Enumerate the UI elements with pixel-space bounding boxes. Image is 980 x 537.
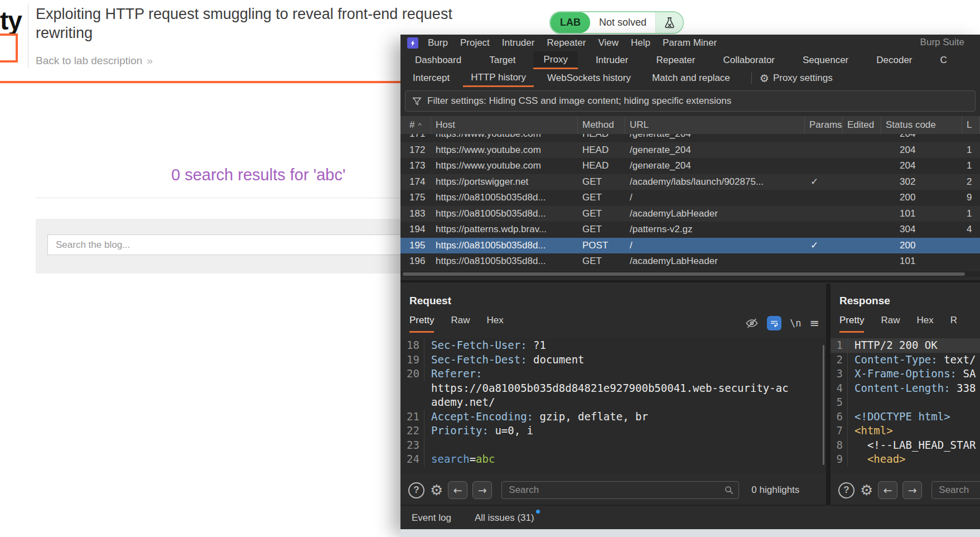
flask-icon: [655, 12, 683, 33]
request-title: Request: [409, 295, 451, 307]
column-header-url[interactable]: URL: [625, 116, 805, 134]
editor-line: 4Content-Length: 338: [831, 381, 980, 396]
subtab-match-and-replace[interactable]: Match and replace: [644, 69, 738, 87]
proxy-settings-label: Proxy settings: [773, 73, 833, 84]
table-row-194[interactable]: 194https://patterns.wdp.brav...GET/patte…: [400, 222, 980, 238]
hide-eye-icon[interactable]: [745, 317, 759, 330]
table-horizontal-scrollbar[interactable]: [400, 271, 980, 277]
next-match-button[interactable]: →: [472, 481, 492, 499]
tab-collaborator[interactable]: Collaborator: [713, 51, 785, 69]
column-header-l[interactable]: L: [962, 116, 980, 134]
column-header-status-code[interactable]: Status code: [881, 116, 962, 134]
cell-status: 101: [881, 208, 962, 219]
column-header-item[interactable]: #^: [400, 116, 431, 134]
screen: ty Exploiting HTTP request smuggling to …: [0, 0, 980, 537]
tab-sequencer[interactable]: Sequencer: [793, 51, 858, 69]
response-tab-pretty[interactable]: Pretty: [839, 315, 864, 333]
history-table-header[interactable]: #^HostMethodURLParamsEditedStatus codeL: [400, 116, 980, 134]
table-row-171[interactable]: 171https://www.youtube.comHEAD/generate_…: [400, 134, 980, 142]
request-tab-hex[interactable]: Hex: [486, 315, 503, 333]
menu-items: BurpProjectIntruderRepeaterViewHelpParam…: [422, 37, 723, 49]
show-newlines-toggle[interactable]: \n: [790, 318, 801, 329]
help-icon[interactable]: ?: [408, 482, 424, 498]
event-log-tab[interactable]: Event log: [412, 512, 451, 524]
search-results-message: 0 search results for 'abc': [171, 166, 346, 184]
tab-decoder[interactable]: Decoder: [866, 51, 922, 69]
all-issues-tab[interactable]: All issues (31): [475, 512, 534, 524]
table-row-172[interactable]: 172https://www.youtube.comHEAD/generate_…: [400, 142, 980, 159]
response-search-input[interactable]: [931, 481, 980, 499]
gear-icon[interactable]: ⚙: [860, 482, 873, 498]
response-editor[interactable]: 1HTTP/2 200 OK2Content-Type: text/3X-Fra…: [831, 338, 980, 473]
menu-item-project[interactable]: Project: [454, 37, 496, 49]
editor-line: 9 <head>: [831, 452, 980, 467]
tab-c[interactable]: C: [930, 51, 957, 69]
cell-num: 173: [400, 160, 431, 171]
editor-line: 8 <!--LAB_HEAD_STAR: [831, 438, 980, 453]
next-match-button[interactable]: →: [902, 481, 922, 499]
back-to-lab-label: Back to lab description: [36, 55, 142, 66]
cell-method: GET: [578, 224, 625, 235]
cell-num: 175: [400, 192, 431, 203]
response-tab-raw[interactable]: Raw: [881, 315, 900, 333]
menu-item-help[interactable]: Help: [625, 37, 656, 49]
table-row-195[interactable]: 195https://0a81005b035d8d...POST/✓200: [400, 238, 980, 254]
editor-line: 24search=abc: [400, 452, 826, 467]
filter-settings-bar[interactable]: Filter settings: Hiding CSS and image co…: [405, 90, 976, 112]
column-header-method[interactable]: Method: [578, 116, 625, 134]
editor-line: https://0a81005b035d8d84821e927900b50041…: [400, 381, 826, 396]
column-header-params[interactable]: Params: [805, 116, 843, 134]
response-view-tabs: PrettyRawHexR: [839, 315, 974, 333]
table-row-196[interactable]: 196https://0a81005b035d8d...GET/academyL…: [400, 253, 980, 269]
proxy-settings-button[interactable]: ⚙ Proxy settings: [760, 72, 833, 84]
table-row-173[interactable]: 173https://www.youtube.comHEAD/generate_…: [400, 158, 980, 174]
menu-item-view[interactable]: View: [592, 37, 625, 49]
subtab-websockets-history[interactable]: WebSockets history: [539, 69, 639, 87]
tab-dashboard[interactable]: Dashboard: [405, 51, 471, 69]
response-tab-hex[interactable]: Hex: [916, 315, 933, 333]
editor-menu-icon[interactable]: ≡: [809, 317, 819, 330]
blog-search-panel: [36, 219, 400, 274]
word-wrap-toggle[interactable]: [767, 316, 781, 330]
menu-item-intruder[interactable]: Intruder: [496, 37, 541, 49]
request-editor[interactable]: 18Sec-Fetch-User: ?119Sec-Fetch-Dest: do…: [400, 338, 826, 473]
cell-url: /academy/labs/launch/902875...: [625, 176, 805, 188]
column-header-host[interactable]: Host: [431, 116, 578, 134]
back-to-lab-link[interactable]: Back to lab description»: [36, 55, 153, 67]
subtab-http-history[interactable]: HTTP history: [463, 69, 534, 87]
tab-repeater[interactable]: Repeater: [646, 51, 705, 69]
response-tab-r[interactable]: R: [950, 315, 957, 333]
column-header-edited[interactable]: Edited: [843, 116, 881, 134]
editor-line: 5: [831, 395, 980, 410]
tab-target[interactable]: Target: [479, 51, 525, 69]
request-tab-pretty[interactable]: Pretty: [409, 315, 434, 333]
prev-match-button[interactable]: ←: [878, 481, 897, 499]
help-icon[interactable]: ?: [838, 482, 855, 498]
cell-num: 172: [400, 145, 431, 156]
table-editor-splitter[interactable]: [400, 280, 980, 282]
request-scrollbar-thumb[interactable]: [823, 345, 824, 465]
menu-item-param-miner[interactable]: Param Miner: [656, 37, 723, 49]
prev-match-button[interactable]: ←: [448, 481, 467, 499]
subtab-intercept[interactable]: Intercept: [405, 69, 457, 87]
scrollbar-thumb[interactable]: [403, 272, 965, 276]
tab-intruder[interactable]: Intruder: [586, 51, 639, 69]
blog-search-input[interactable]: [47, 234, 404, 255]
table-row-174[interactable]: 174https://portswigger.netGET/academy/la…: [400, 174, 980, 190]
tab-proxy[interactable]: Proxy: [533, 51, 577, 69]
menu-item-repeater[interactable]: Repeater: [540, 37, 592, 49]
cell-method: HEAD: [578, 145, 625, 156]
gear-icon[interactable]: ⚙: [430, 482, 443, 498]
request-pane: Request PrettyRawHex \n ≡ 18Sec-Fetch: [400, 284, 826, 505]
editor-line: 2Content-Type: text/: [831, 353, 980, 367]
filter-settings-text: Filter settings: Hiding CSS and image co…: [427, 95, 731, 107]
menu-item-burp[interactable]: Burp: [422, 37, 454, 49]
table-row-175[interactable]: 175https://0a81005b035d8d...GET/2009: [400, 190, 980, 206]
cell-status: 204: [881, 134, 962, 140]
request-tab-raw[interactable]: Raw: [451, 315, 470, 333]
cell-extra: 2: [962, 176, 980, 188]
editor-line: 19Sec-Fetch-Dest: document: [400, 353, 826, 367]
request-search-input[interactable]: [501, 481, 739, 499]
table-row-183[interactable]: 183https://0a81005b035d8d...GET/academyL…: [400, 206, 980, 222]
pane-splitter[interactable]: [826, 284, 831, 505]
